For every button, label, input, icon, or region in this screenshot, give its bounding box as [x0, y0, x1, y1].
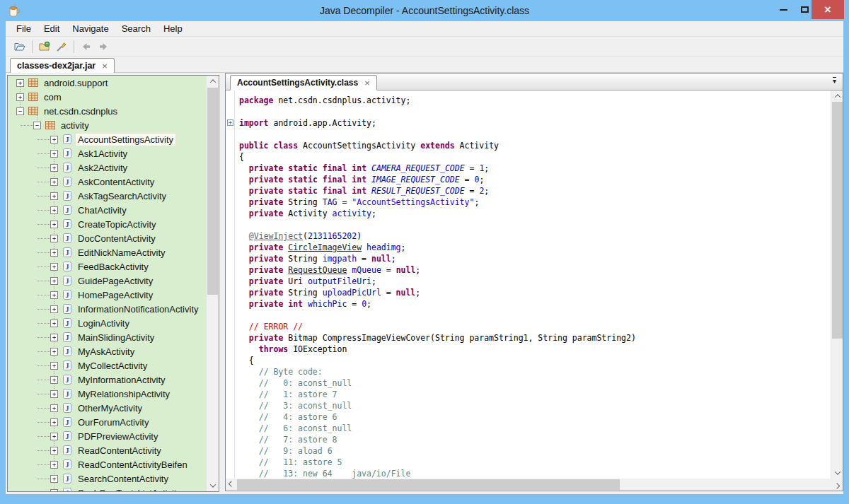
tree-item-othermyactivity[interactable]: +JOtherMyActivity: [8, 401, 207, 415]
tree-expand-icon[interactable]: +: [50, 305, 58, 313]
tree-item-createtopicactivity[interactable]: +JCreateTopicActivity: [8, 217, 207, 231]
tree-item-pdfpreviewactivity[interactable]: +JPDFPreviewActivity: [8, 429, 207, 443]
tab-classes-dex2jar[interactable]: classes-dex2jar.jar ×: [10, 58, 115, 73]
tree-expand-icon[interactable]: +: [50, 418, 58, 426]
tree-expand-icon[interactable]: +: [50, 362, 58, 370]
tree-expand-icon[interactable]: +: [50, 447, 58, 455]
code-line: private static final int CAMERA_REQUEST_…: [239, 163, 831, 174]
tree-item-guidepageactivity[interactable]: +JGuidePageActivity: [8, 274, 207, 288]
title-bar[interactable]: Java Decompiler - AccountSettingsActivit…: [0, 0, 849, 21]
tree-scrollbar-thumb[interactable]: [207, 88, 218, 295]
tree-item-label: SecLOneTopicListActivity: [76, 487, 183, 492]
tree-connector: [37, 309, 50, 310]
code-link[interactable]: CircleImageView: [288, 242, 362, 252]
code-vertical-scrollbar[interactable]: [831, 90, 843, 479]
tree-item-net.csdn.csdnplus[interactable]: −net.csdn.csdnplus: [8, 104, 207, 118]
tree-scrollbar[interactable]: [207, 76, 219, 491]
tree-expand-icon[interactable]: +: [50, 277, 58, 285]
tree-expand-icon[interactable]: +: [50, 263, 58, 271]
tree-item-askcontentactivity[interactable]: +JAskContentActivity: [8, 175, 207, 189]
tree-item-readcontentactivitybeifen[interactable]: +JReadContentActivityBeifen: [8, 457, 207, 471]
search-button[interactable]: [53, 39, 70, 54]
tab-accountsettingsactivity[interactable]: AccountSettingsActivity.class ×: [230, 75, 377, 90]
tree-expand-icon[interactable]: +: [50, 334, 58, 341]
tree-expand-icon[interactable]: +: [50, 291, 58, 299]
tree-item-homepageactivity[interactable]: +JHomePageActivity: [8, 288, 207, 302]
tree-expand-icon[interactable]: +: [50, 164, 58, 172]
tree-item-seclonetopiclistactivity[interactable]: +JSecLOneTopicListActivity: [8, 486, 207, 491]
scroll-left-button[interactable]: [226, 479, 237, 491]
menu-item-navigate[interactable]: Navigate: [66, 21, 115, 37]
tree-item-ourforumactivity[interactable]: +JOurForumActivity: [8, 415, 207, 429]
tree-expand-icon[interactable]: +: [50, 433, 58, 440]
tree-item-informationnotificationactivity[interactable]: +JInformationNotificationActivity: [8, 302, 207, 316]
tree-item-searchcontentactivity[interactable]: +JSearchContentActivity: [8, 471, 207, 486]
tree-collapse-icon[interactable]: −: [16, 107, 24, 115]
tree-item-editnicknameactivity[interactable]: +JEditNickNameActivity: [8, 245, 207, 259]
tree-item-feedbackactivity[interactable]: +JFeedBackActivity: [8, 259, 207, 274]
menu-item-edit[interactable]: Edit: [37, 21, 66, 37]
tree-item-ask2activity[interactable]: +JAsk2Activity: [8, 160, 207, 175]
code-link[interactable]: @ViewInject: [249, 231, 303, 241]
tree-item-doccontentactivity[interactable]: +JDocContentActivity: [8, 231, 207, 245]
tree-expand-icon[interactable]: +: [50, 249, 58, 257]
tree-expand-icon[interactable]: +: [50, 192, 58, 200]
scroll-down-button[interactable]: [207, 480, 219, 491]
tree-collapse-icon[interactable]: −: [33, 122, 41, 129]
close-button[interactable]: ×: [812, 0, 844, 19]
tree-item-ask1activity[interactable]: +JAsk1Activity: [8, 146, 207, 160]
menu-item-help[interactable]: Help: [157, 21, 189, 37]
chevron-left-icon: [229, 481, 234, 486]
tree-item-chatactivity[interactable]: +JChatActivity: [8, 203, 207, 217]
tree-item-loginactivity[interactable]: +JLoginActivity: [8, 316, 207, 330]
tree-item-asktagsearchactivity[interactable]: +JAskTagSearchActivity: [8, 189, 207, 203]
tree-expand-icon[interactable]: +: [50, 489, 58, 492]
tab-list-icon[interactable]: ▾: [833, 77, 836, 85]
forward-button[interactable]: [95, 39, 112, 54]
tree-expand-icon[interactable]: +: [50, 404, 58, 412]
open-type-button[interactable]: [36, 39, 53, 54]
tree-item-mainslidingactivity[interactable]: +JMainSlidingActivity: [8, 330, 207, 344]
scroll-up-button[interactable]: [207, 76, 219, 87]
tree-expand-icon[interactable]: +: [50, 376, 58, 384]
code-horizontal-scrollbar[interactable]: [226, 479, 843, 491]
scroll-up-button[interactable]: [831, 90, 843, 102]
tree-expand-icon[interactable]: +: [50, 348, 58, 356]
code-tab-close-icon[interactable]: ×: [364, 78, 370, 88]
tree-expand-icon[interactable]: +: [50, 235, 58, 242]
menu-item-file[interactable]: File: [10, 21, 37, 37]
tree-expand-icon[interactable]: +: [50, 206, 58, 214]
minimize-button[interactable]: [773, 0, 794, 19]
tree-expand-icon[interactable]: +: [50, 150, 58, 158]
tree-item-android.support[interactable]: +android.support: [8, 76, 207, 90]
tree-item-activity[interactable]: −activity: [8, 118, 207, 132]
open-file-button[interactable]: [11, 39, 28, 54]
tree-expand-icon[interactable]: +: [16, 79, 24, 87]
tree-item-myaskactivity[interactable]: +JMyAskActivity: [8, 344, 207, 358]
tree-item-myrelationshipactivity[interactable]: +JMyRelationshipActivity: [8, 387, 207, 401]
tree-item-label: FeedBackActivity: [76, 261, 151, 273]
class-icon: J: [62, 346, 73, 357]
tree-expand-icon[interactable]: +: [16, 93, 24, 101]
fold-expand-icon[interactable]: +: [227, 119, 233, 126]
back-button[interactable]: [78, 39, 95, 54]
tree-expand-icon[interactable]: +: [50, 136, 58, 143]
code-scrollbar-thumb[interactable]: [832, 102, 843, 339]
jar-tab-close-icon[interactable]: ×: [102, 61, 108, 71]
tree-expand-icon[interactable]: +: [50, 221, 58, 228]
scroll-down-button[interactable]: [831, 467, 843, 479]
tree-item-accountsettingsactivity[interactable]: +JAccountSettingsActivity: [8, 132, 207, 146]
tree-item-myinformationactivity[interactable]: +JMyInformationActivity: [8, 373, 207, 387]
tree-expand-icon[interactable]: +: [50, 320, 58, 327]
scroll-right-button[interactable]: [831, 479, 843, 491]
tree-item-com[interactable]: +com: [8, 90, 207, 104]
menu-item-search[interactable]: Search: [115, 21, 157, 37]
tree-item-readcontentactivity[interactable]: +JReadContentActivity: [8, 443, 207, 457]
code-hscrollbar-thumb[interactable]: [237, 479, 620, 490]
tree-expand-icon[interactable]: +: [50, 461, 58, 469]
tree-expand-icon[interactable]: +: [50, 390, 58, 398]
tree-expand-icon[interactable]: +: [50, 475, 58, 483]
code-link[interactable]: RequestQueue: [288, 265, 347, 275]
tree-item-mycollectactivity[interactable]: +JMyCollectActivity: [8, 358, 207, 373]
tree-expand-icon[interactable]: +: [50, 178, 58, 186]
